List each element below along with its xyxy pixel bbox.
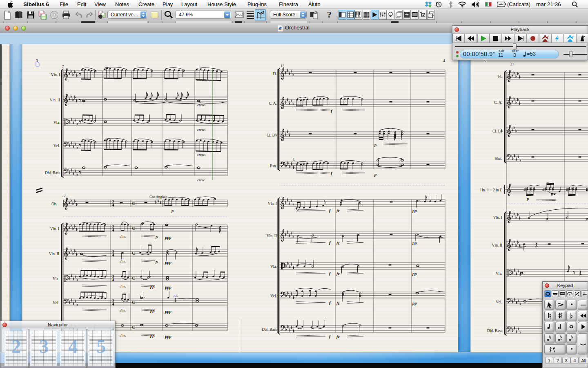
svg-text:Vln. I: Vln. I bbox=[51, 73, 60, 77]
svg-text:pp: pp bbox=[412, 272, 417, 276]
svg-text:Vln. II: Vln. II bbox=[267, 234, 277, 238]
svg-text:Vln. II: Vln. II bbox=[492, 243, 502, 247]
svg-text:4: 4 bbox=[112, 278, 114, 282]
svg-text:21: 21 bbox=[510, 62, 514, 66]
svg-text:p: p bbox=[155, 235, 158, 239]
svg-text:div.: div. bbox=[174, 294, 178, 298]
svg-text:Vcl.: Vcl. bbox=[496, 300, 502, 304]
svg-text:17: 17 bbox=[281, 64, 284, 68]
svg-text:fz: fz bbox=[336, 301, 340, 305]
svg-text:ppp: ppp bbox=[165, 285, 172, 289]
svg-text:C: C bbox=[132, 251, 135, 256]
svg-text:ppp: ppp bbox=[165, 235, 172, 240]
svg-text:pp: pp bbox=[150, 285, 155, 289]
svg-text:C. A.: C. A. bbox=[269, 101, 277, 105]
svg-text:dim.: dim. bbox=[120, 259, 126, 263]
svg-text:4: 4 bbox=[112, 302, 114, 306]
svg-text:Cor Anglais: Cor Anglais bbox=[149, 195, 167, 199]
svg-text:Vln. I: Vln. I bbox=[268, 202, 277, 206]
svg-text:fz: fz bbox=[336, 334, 340, 339]
svg-text:dim.: dim. bbox=[120, 333, 126, 337]
svg-text:Vcl.: Vcl. bbox=[53, 144, 60, 148]
svg-text:C: C bbox=[132, 325, 135, 330]
svg-text:7: 7 bbox=[62, 65, 64, 69]
svg-text:Vla.: Vla. bbox=[53, 121, 60, 125]
svg-text:3: 3 bbox=[36, 58, 38, 63]
svg-text:Vcl.: Vcl. bbox=[53, 301, 59, 305]
svg-text:f: f bbox=[329, 271, 331, 276]
svg-text:Bsn.: Bsn. bbox=[495, 157, 502, 161]
svg-text:cresc.: cresc. bbox=[197, 153, 206, 157]
svg-text:fz: fz bbox=[336, 241, 340, 245]
svg-text:p: p bbox=[374, 143, 376, 147]
svg-text:Vln. II: Vln. II bbox=[49, 252, 59, 256]
svg-text:Cl. B: Cl. B bbox=[492, 129, 501, 133]
svg-text:p: p bbox=[155, 260, 158, 264]
svg-text:dim.: dim. bbox=[120, 308, 126, 312]
svg-text:C. A.: C. A. bbox=[494, 101, 502, 105]
svg-text:Fl.: Fl. bbox=[498, 74, 502, 79]
svg-text:pp: pp bbox=[150, 334, 155, 338]
svg-text:pp: pp bbox=[412, 209, 417, 213]
svg-text:I.: I. bbox=[293, 157, 295, 162]
svg-text:Dbl. Bass: Dbl. Bass bbox=[262, 328, 277, 332]
svg-text:Vla.: Vla. bbox=[53, 277, 59, 281]
svg-text:p: p bbox=[374, 172, 376, 177]
svg-text:cresc.: cresc. bbox=[197, 178, 206, 182]
svg-text:Fl.: Fl. bbox=[273, 72, 277, 76]
svg-text:pp: pp bbox=[412, 241, 417, 245]
svg-text:Hn. 1 + 2 in E: Hn. 1 + 2 in E bbox=[480, 188, 502, 192]
svg-text:C: C bbox=[132, 276, 135, 280]
svg-text:p: p bbox=[526, 197, 529, 201]
svg-text:12: 12 bbox=[62, 194, 66, 198]
svg-text:ppp: ppp bbox=[165, 260, 172, 265]
svg-text:cresc.: cresc. bbox=[197, 78, 206, 82]
svg-text:f: f bbox=[329, 334, 331, 339]
svg-text:ppp: ppp bbox=[165, 334, 172, 339]
svg-text:pp: pp bbox=[412, 301, 417, 305]
svg-text:dim.: dim. bbox=[120, 234, 126, 238]
svg-text:Vln. II: Vln. II bbox=[50, 98, 60, 102]
svg-text:Dbl. Bass: Dbl. Bass bbox=[487, 329, 502, 333]
svg-text:C: C bbox=[132, 201, 135, 206]
svg-text:fz: fz bbox=[336, 272, 340, 276]
svg-text:Bsn.: Bsn. bbox=[270, 164, 277, 168]
svg-text:fz: fz bbox=[336, 209, 340, 213]
svg-text:4: 4 bbox=[112, 203, 114, 207]
svg-text:f: f bbox=[331, 171, 333, 175]
svg-text:Vla.: Vla. bbox=[270, 265, 277, 269]
svg-text:f: f bbox=[329, 208, 331, 213]
svg-text:Vln. I: Vln. I bbox=[50, 227, 59, 231]
svg-text:dim.: dim. bbox=[120, 284, 126, 288]
svg-text:Ob.: Ob. bbox=[51, 202, 57, 206]
svg-text:4: 4 bbox=[443, 58, 445, 63]
svg-text:Vla.: Vla. bbox=[496, 272, 502, 276]
svg-text:Vln. I: Vln. I bbox=[493, 215, 502, 220]
svg-text:Vcl.: Vcl. bbox=[270, 294, 277, 298]
svg-text:p: p bbox=[171, 209, 174, 213]
svg-text:pp: pp bbox=[150, 309, 155, 313]
svg-text:Cl. B: Cl. B bbox=[267, 133, 275, 137]
svg-text:C: C bbox=[132, 226, 135, 231]
svg-text:ppp: ppp bbox=[165, 309, 172, 314]
svg-text:f: f bbox=[331, 108, 333, 113]
svg-text:f: f bbox=[329, 300, 331, 305]
svg-text:C: C bbox=[132, 300, 135, 305]
svg-text:cresc.: cresc. bbox=[197, 128, 206, 132]
svg-text:cresc.: cresc. bbox=[197, 103, 206, 107]
svg-text:4: 4 bbox=[112, 228, 114, 232]
svg-text:f: f bbox=[329, 240, 331, 245]
svg-text:4: 4 bbox=[112, 253, 114, 257]
svg-text:Dbl. Bass: Dbl. Bass bbox=[45, 171, 60, 175]
